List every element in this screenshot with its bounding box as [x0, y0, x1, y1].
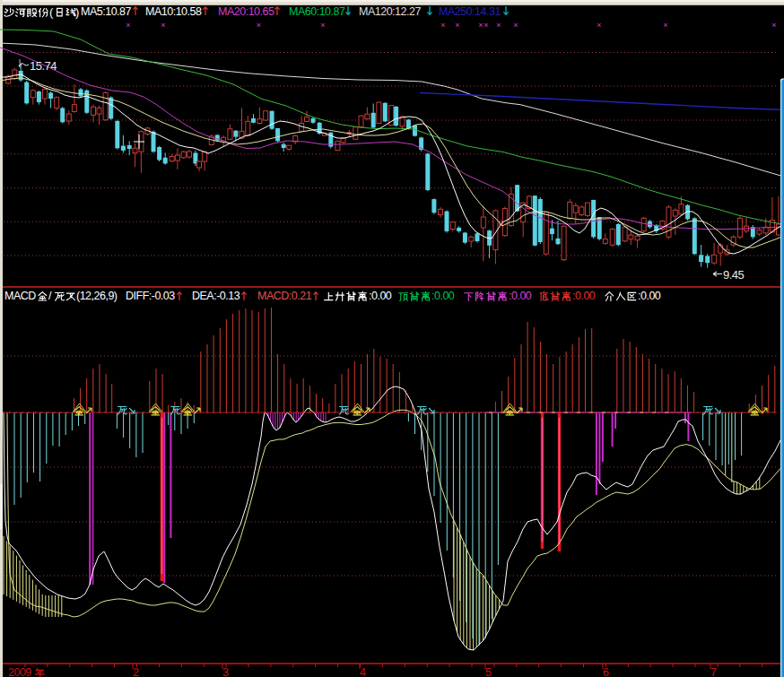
svg-text:×: ×: [320, 21, 325, 30]
svg-text:×: ×: [257, 21, 261, 30]
svg-text:×: ×: [597, 21, 601, 30]
svg-text:×: ×: [483, 21, 488, 30]
svg-text:×: ×: [513, 21, 518, 30]
svg-text:×: ×: [771, 21, 776, 30]
svg-text:×: ×: [496, 21, 501, 30]
svg-text:×: ×: [126, 21, 130, 30]
svg-text:×: ×: [161, 21, 165, 30]
svg-text:×: ×: [663, 21, 667, 30]
svg-text:×: ×: [455, 21, 459, 30]
svg-text:×: ×: [440, 21, 445, 30]
svg-text:×: ×: [478, 21, 483, 30]
